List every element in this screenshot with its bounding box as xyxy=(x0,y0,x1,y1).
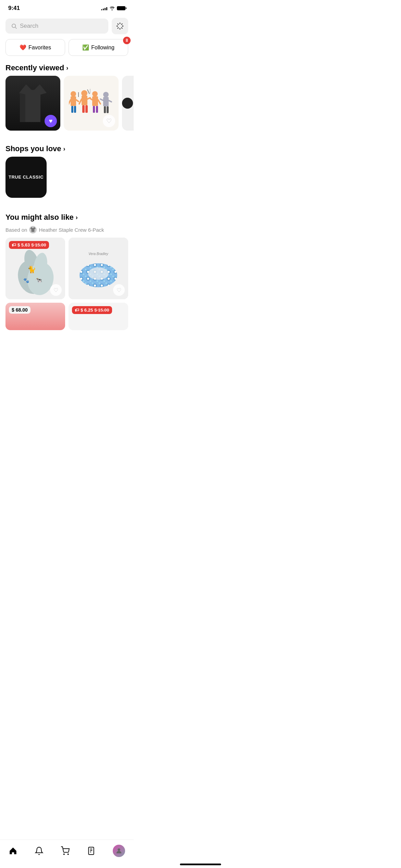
shops-you-love-header: Shops you love › xyxy=(0,139,134,157)
product-heart-scrunchie[interactable]: ♡ xyxy=(113,284,125,296)
tag-icon3: 🏷 xyxy=(75,308,79,313)
svg-rect-17 xyxy=(103,97,109,106)
search-placeholder: Search xyxy=(20,23,38,29)
product-grid: 🏷 $ 5.63 $ 15.00 🐈 🐄 🐾 ♡ xyxy=(0,238,134,330)
svg-point-8 xyxy=(81,90,87,96)
product-image-scrunchie: 🏷 $ 5.63 $ 15.00 Vera Bradley xyxy=(69,238,128,299)
tag-icon: 🏷 xyxy=(12,242,16,248)
svg-rect-15 xyxy=(96,106,98,113)
product-card-socks[interactable]: 🏷 $ 5.63 $ 15.00 🐈 🐄 🐾 ♡ xyxy=(5,238,65,299)
svg-rect-12 xyxy=(92,96,98,106)
product-heart-socks[interactable]: ♡ xyxy=(50,284,62,296)
partial-sale-price: $ 6.25 xyxy=(81,308,93,313)
favorites-button[interactable]: ❤️ Favorites xyxy=(5,39,65,56)
partial-original-price: $ 15.00 xyxy=(94,308,109,313)
svg-rect-2 xyxy=(71,96,76,106)
svg-rect-9 xyxy=(82,105,85,113)
status-bar: 9:41 xyxy=(0,0,134,15)
you-might-like-header: You might also like › xyxy=(0,207,134,225)
partial-price-sale: 🏷 $ 6.25 $ 15.00 xyxy=(72,306,112,314)
svg-point-18 xyxy=(103,92,109,97)
sparkle-icon xyxy=(116,22,124,30)
product-image-socks: 🏷 $ 5.63 $ 15.00 🐈 🐄 🐾 ♡ xyxy=(5,238,65,299)
favorite-button-tee[interactable]: ♥ xyxy=(45,115,57,127)
recently-viewed-scroll[interactable]: ♥ xyxy=(0,76,134,131)
search-icon xyxy=(11,23,17,29)
based-on-product-icon xyxy=(29,226,37,233)
shops-chevron[interactable]: › xyxy=(63,145,65,153)
svg-point-0 xyxy=(12,24,16,28)
signal-icon xyxy=(101,6,107,10)
black-tee-image xyxy=(19,84,47,122)
svg-point-35 xyxy=(80,263,117,287)
svg-rect-7 xyxy=(82,96,87,105)
svg-rect-19 xyxy=(104,106,106,113)
shop-card-true-classic[interactable]: TRUE CLASSIC xyxy=(5,157,47,198)
recently-viewed-chevron[interactable]: › xyxy=(66,64,68,72)
favorite-button-heman[interactable]: ♡ xyxy=(103,115,115,127)
based-on-item-name: Heather Staple Crew 6-Pack xyxy=(39,227,104,233)
status-icons xyxy=(101,6,125,10)
svg-rect-14 xyxy=(93,106,95,113)
favorites-heart-icon: ❤️ xyxy=(20,44,26,51)
following-check-icon: ✅ xyxy=(82,44,89,51)
original-price-socks: $ 15.00 xyxy=(31,242,46,248)
based-on-label: Based on xyxy=(5,227,27,233)
favorites-label: Favorites xyxy=(28,45,51,51)
product-card-scrunchie[interactable]: 🏷 $ 5.63 $ 15.00 Vera Bradley xyxy=(69,238,128,299)
price-tag-socks: 🏷 $ 5.63 $ 15.00 xyxy=(9,241,49,249)
shops-title: Shops you love xyxy=(5,144,61,153)
svg-text:🐈: 🐈 xyxy=(27,265,36,274)
recently-viewed-item[interactable]: ♥ xyxy=(5,76,60,131)
search-section: Search xyxy=(0,15,134,37)
mattel-logo-dot xyxy=(122,98,133,109)
product-card-sale[interactable]: 🏷 $ 6.25 $ 15.00 xyxy=(69,303,128,330)
svg-text:🐄: 🐄 xyxy=(35,277,42,284)
following-label: Following xyxy=(91,45,114,51)
vera-bradley-label: Vera Bradley xyxy=(88,252,108,256)
recently-viewed-item[interactable]: MATTEL CREATIONS xyxy=(122,76,134,131)
svg-rect-4 xyxy=(71,106,73,113)
sale-price-socks: $ 5.63 xyxy=(17,242,30,248)
status-time: 9:41 xyxy=(8,5,20,12)
recently-viewed-item[interactable]: ♡ xyxy=(64,76,119,131)
svg-rect-5 xyxy=(74,106,76,113)
recently-viewed-header: Recently viewed › xyxy=(0,58,134,76)
following-badge: 8 xyxy=(123,37,131,44)
shops-scroll[interactable]: TRUE CLASSIC xyxy=(0,157,134,198)
battery-icon xyxy=(117,6,125,10)
following-button[interactable]: ✅ Following 8 xyxy=(69,39,128,56)
scrunchie-image xyxy=(78,255,119,289)
svg-text:🐾: 🐾 xyxy=(23,278,29,284)
recently-viewed-title: Recently viewed xyxy=(5,63,64,72)
svg-point-3 xyxy=(71,91,76,97)
svg-point-13 xyxy=(92,91,98,97)
shop-name: TRUE CLASSIC xyxy=(6,174,46,180)
filter-section: ❤️ Favorites ✅ Following 8 xyxy=(0,37,134,58)
svg-line-16 xyxy=(87,89,89,94)
product-card-pink[interactable]: $ 68.00 xyxy=(5,303,65,330)
svg-line-1 xyxy=(15,27,17,29)
based-on-section: Based on Heather Staple Crew 6-Pack xyxy=(0,225,134,238)
wifi-icon xyxy=(109,6,115,10)
svg-rect-20 xyxy=(107,106,109,113)
search-bar[interactable]: Search xyxy=(5,19,108,34)
you-might-like-chevron[interactable]: › xyxy=(76,214,78,221)
svg-rect-10 xyxy=(85,105,88,113)
sparkle-button[interactable] xyxy=(112,18,128,34)
partial-price-pink: $ 68.00 xyxy=(9,306,31,314)
you-might-like-title: You might also like xyxy=(5,213,74,222)
